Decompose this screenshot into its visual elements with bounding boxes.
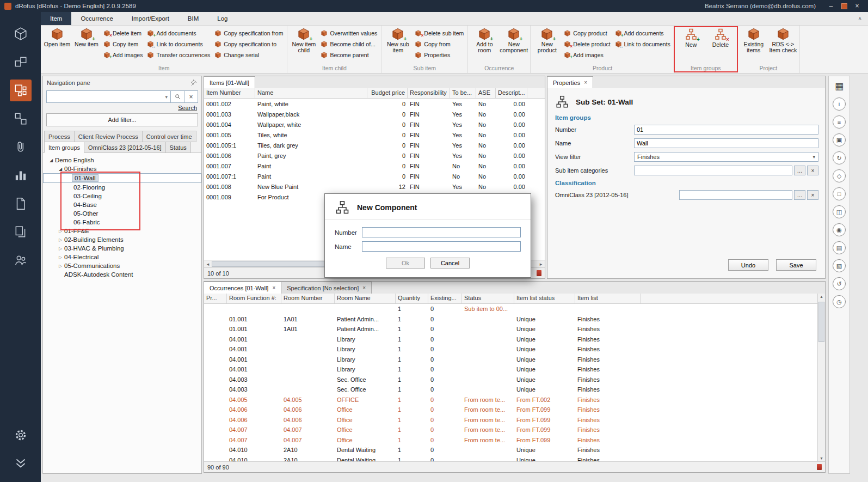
model-3d-icon[interactable]: ◇ bbox=[833, 169, 846, 182]
new-button[interactable]: +New bbox=[677, 27, 705, 49]
filter-indicator-icon[interactable] bbox=[817, 464, 822, 470]
filter-tab-omniclass-23-2012-05-16[interactable]: OmniClass 23 [2012-05-16] bbox=[84, 142, 166, 153]
column-header-existing[interactable]: Existing... bbox=[428, 294, 462, 303]
undo-button[interactable]: Undo bbox=[728, 259, 768, 271]
open-item-button[interactable]: Open item bbox=[43, 27, 71, 48]
filter-tab-item-groups[interactable]: Item groups bbox=[44, 142, 84, 153]
ok-button[interactable]: Ok bbox=[386, 258, 425, 269]
attachments-icon[interactable] bbox=[10, 136, 32, 158]
scroll-left-icon[interactable]: ◂ bbox=[204, 261, 212, 267]
undo-history-icon[interactable]: ↺ bbox=[833, 277, 846, 290]
add-documents-button[interactable]: +Add documents bbox=[145, 28, 212, 39]
new-item-button[interactable]: +New item bbox=[72, 27, 101, 48]
tree-item-01-wall[interactable]: 01-Wall bbox=[43, 173, 201, 183]
rooms-icon[interactable] bbox=[10, 51, 32, 73]
search-link[interactable]: Search bbox=[178, 105, 197, 111]
occurrence-row[interactable]: 04.00604.006Office10From room te...From … bbox=[204, 405, 817, 415]
occurrence-row[interactable]: 04.0102A10Dental Waiting10UniqueFinishes bbox=[204, 445, 817, 455]
occurrence-row[interactable]: 04.00504.005OFFICE10From room te...From … bbox=[204, 395, 817, 405]
occurrence-row[interactable]: 01.0011A01Patient Admin...10UniqueFinish… bbox=[204, 324, 817, 334]
name-field[interactable] bbox=[634, 138, 818, 148]
filter-tab-client-review-process[interactable]: Client Review Process bbox=[74, 131, 143, 142]
occurrence-row[interactable]: 04.003Sec. Office10UniqueFinishes bbox=[204, 375, 817, 385]
tree-item-adsk-autodesk-content[interactable]: ADSK-Autodesk Content bbox=[43, 270, 201, 279]
new-component-button[interactable]: +New component bbox=[500, 27, 528, 54]
occurrence-row[interactable]: 04.0102A10Dental Waiting10UniqueFinishes bbox=[204, 455, 817, 462]
column-header-ase[interactable]: ASE bbox=[476, 88, 496, 98]
add-to-room-button[interactable]: +Add to room bbox=[470, 27, 498, 54]
column-header-budget-price[interactable]: Budget price bbox=[367, 88, 408, 98]
minimize-button[interactable]: – bbox=[824, 0, 838, 12]
settings-icon[interactable] bbox=[10, 424, 32, 446]
tree-item-05-other[interactable]: 05-Other bbox=[43, 209, 201, 218]
column-header-item-list[interactable]: Item list bbox=[575, 294, 641, 303]
new-item-child-button[interactable]: +New item child bbox=[290, 27, 318, 54]
occurrence-row[interactable]: 04.00704.007Office10From room te...From … bbox=[204, 435, 817, 446]
column-header-quantity[interactable]: Quantity bbox=[396, 294, 428, 303]
link-to-documents-button[interactable]: ↔Link to documents bbox=[145, 39, 212, 50]
items-icon[interactable] bbox=[10, 80, 32, 101]
tree-item-01-ff-e[interactable]: ▷01-FF&E bbox=[43, 227, 201, 235]
tree-item-03-hvac-plumbing[interactable]: ▷03-HVAC & Plumbing bbox=[43, 244, 201, 253]
column-header-room-name[interactable]: Room Name bbox=[335, 294, 396, 303]
occurrence-row[interactable]: 01.0011A01Patient Admin...10UniqueFinish… bbox=[204, 314, 817, 325]
become-child-of-button[interactable]: Become child of... bbox=[319, 39, 379, 50]
tab-occurrences[interactable]: Occurrences [01-Wall] × bbox=[204, 282, 281, 294]
properties-button[interactable]: Properties bbox=[413, 50, 465, 60]
images-icon[interactable]: ▧ bbox=[833, 259, 846, 272]
add-images-button[interactable]: +Add images bbox=[102, 50, 144, 60]
overwritten-values-button[interactable]: Overwritten values bbox=[319, 28, 379, 39]
occurrence-row[interactable]: 04.001Library10UniqueFinishes bbox=[204, 364, 817, 375]
delete-button[interactable]: ×Delete bbox=[706, 27, 735, 49]
tab-bim[interactable]: BIM bbox=[178, 12, 208, 25]
navigation-search-input[interactable]: ▾ bbox=[46, 90, 171, 103]
scrollbar-thumb[interactable] bbox=[818, 302, 824, 342]
clear-field-button[interactable]: × bbox=[807, 166, 818, 175]
add-filter-button[interactable]: Add filter... bbox=[46, 113, 198, 126]
link-to-documents-button[interactable]: ↔Link to documents bbox=[613, 39, 672, 50]
tab-items[interactable]: Items [01-Wall] bbox=[204, 76, 255, 88]
occurrence-row[interactable]: 04.001Library10UniqueFinishes bbox=[204, 355, 817, 365]
ribbon-collapse-icon[interactable]: ˄ bbox=[858, 12, 861, 25]
copy-from-button[interactable]: Copy from bbox=[413, 39, 465, 50]
item-row[interactable]: 0001.008New Blue Paint12FINYesNo0.00 bbox=[204, 181, 545, 192]
copy-product-button[interactable]: Copy product bbox=[562, 28, 612, 39]
tab-occurrence[interactable]: Occurrence bbox=[71, 12, 122, 25]
column-header-name[interactable]: Name bbox=[255, 88, 367, 98]
documents-icon[interactable]: ▤ bbox=[833, 241, 846, 254]
tree-item-04-base[interactable]: 04-Base bbox=[43, 200, 201, 209]
project-icon[interactable] bbox=[10, 23, 32, 45]
pin-icon[interactable] bbox=[190, 80, 198, 87]
new-product-button[interactable]: +New product bbox=[533, 27, 561, 54]
tree-item-demo-english[interactable]: ◢Demo English bbox=[43, 156, 201, 164]
add-images-button[interactable]: +Add images bbox=[562, 50, 612, 60]
camera-icon[interactable]: ◉ bbox=[833, 223, 846, 236]
history-icon[interactable]: ◷ bbox=[833, 295, 846, 308]
tab-specification[interactable]: Specification [No selection] × bbox=[281, 282, 372, 294]
scroll-right-icon[interactable]: ▸ bbox=[537, 261, 545, 267]
tree-item-05-communications[interactable]: ▷05-Communications bbox=[43, 261, 201, 270]
column-header-item-number[interactable]: Item Number bbox=[204, 88, 255, 98]
number-field[interactable] bbox=[634, 125, 818, 135]
tree-item-00-finishes[interactable]: ◢00-Finishes bbox=[43, 164, 201, 173]
lookup-button[interactable]: … bbox=[794, 190, 805, 200]
item-row[interactable]: 0001.005:1Tiles, dark grey0FINYesNo0.00 bbox=[204, 140, 545, 150]
clear-search-button[interactable]: × bbox=[184, 90, 198, 103]
sync-icon[interactable]: ↻ bbox=[833, 151, 846, 164]
maximize-button[interactable] bbox=[838, 0, 851, 12]
omniclass-field[interactable] bbox=[679, 190, 792, 200]
copy-specification-to-button[interactable]: Copy specification to bbox=[213, 39, 285, 50]
delete-sub-item-button[interactable]: ×Delete sub item bbox=[413, 28, 465, 39]
occurrence-row[interactable]: 10Sub item to 00... bbox=[204, 304, 817, 314]
products-icon[interactable] bbox=[10, 108, 32, 130]
filter-tab-process[interactable]: Process bbox=[44, 131, 75, 142]
occurrence-row[interactable]: 04.00604.006Office10From room te...From … bbox=[204, 415, 817, 425]
item-row[interactable]: 0001.006Paint, grey0FINYesNo0.00 bbox=[204, 150, 545, 161]
close-button[interactable]: × bbox=[851, 0, 864, 12]
info-icon[interactable]: i bbox=[833, 97, 846, 111]
transfer-occurrences-button[interactable]: Transfer occurrences bbox=[145, 50, 212, 60]
add-documents-button[interactable]: +Add documents bbox=[613, 28, 672, 39]
tab-properties[interactable]: Properties × bbox=[547, 76, 593, 88]
sub-item-categories-field[interactable] bbox=[634, 166, 792, 175]
column-header-status[interactable]: Status bbox=[462, 294, 514, 303]
